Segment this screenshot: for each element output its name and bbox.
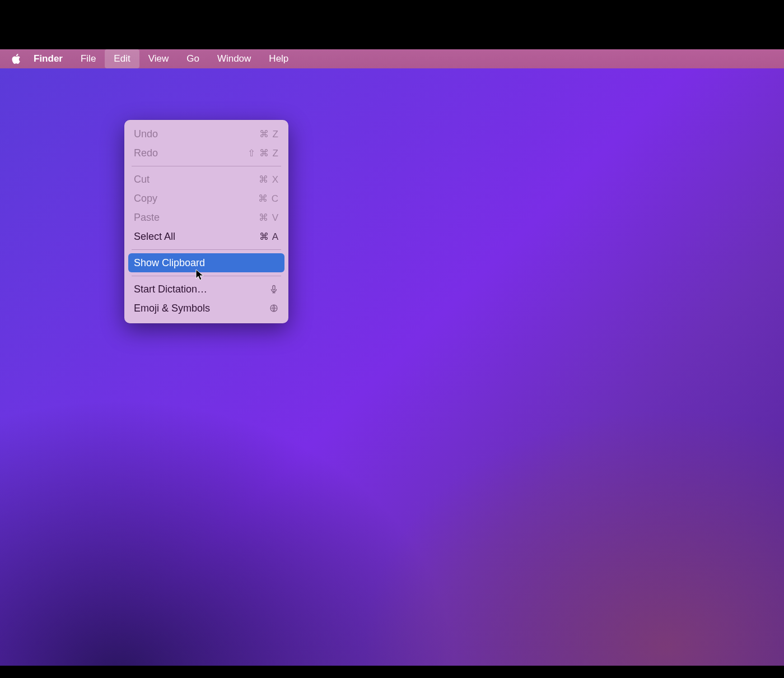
menu-window[interactable]: Window [208,49,260,68]
edit-dropdown: Undo ⌘ Z Redo ⇧ ⌘ Z Cut ⌘ X Copy ⌘ C Pas… [124,120,288,323]
globe-icon [269,303,279,313]
menu-item-shortcut: ⌘ V [259,212,279,224]
menu-separator [132,166,281,166]
menu-view[interactable]: View [139,49,178,68]
menu-item-label: Select All [134,231,175,243]
svg-rect-0 [273,286,275,290]
menu-item-label: Emoji & Symbols [134,303,210,314]
menu-item-label: Paste [134,212,160,224]
menu-file[interactable]: File [72,49,105,68]
app-name[interactable]: Finder [25,53,72,64]
menu-help[interactable]: Help [260,49,297,68]
menu-item-label: Undo [134,128,158,140]
menu-go[interactable]: Go [178,49,208,68]
menu-item-shortcut: ⇧ ⌘ Z [248,147,279,159]
apple-menu[interactable] [8,54,25,64]
menu-item-label: Cut [134,174,150,185]
menu-item-redo[interactable]: Redo ⇧ ⌘ Z [128,143,284,162]
menu-item-label: Copy [134,193,157,205]
menu-item-shortcut: ⌘ A [259,231,279,243]
menu-item-undo[interactable]: Undo ⌘ Z [128,124,284,143]
menu-item-copy[interactable]: Copy ⌘ C [128,189,284,208]
menu-item-cut[interactable]: Cut ⌘ X [128,170,284,189]
menu-separator [132,249,281,250]
letterbox-top [0,0,784,49]
menu-item-label: Show Clipboard [134,257,205,269]
menu-item-label: Redo [134,147,158,159]
apple-logo-icon [12,54,21,64]
menu-item-shortcut: ⌘ X [259,174,279,185]
menu-item-emoji-symbols[interactable]: Emoji & Symbols [128,299,284,318]
desktop[interactable]: Finder File Edit View Go Window Help Und… [0,49,784,678]
mic-icon [269,284,279,294]
letterbox-bottom [0,666,784,678]
menu-item-show-clipboard[interactable]: Show Clipboard [128,253,284,272]
menu-separator [132,276,281,276]
menubar: Finder File Edit View Go Window Help [0,49,784,68]
menu-item-select-all[interactable]: Select All ⌘ A [128,227,284,246]
menu-item-start-dictation[interactable]: Start Dictation… [128,280,284,299]
menu-item-paste[interactable]: Paste ⌘ V [128,208,284,227]
menu-item-label: Start Dictation… [134,284,207,295]
menu-item-shortcut: ⌘ Z [259,128,279,140]
menu-item-shortcut: ⌘ C [258,193,279,205]
menu-edit[interactable]: Edit [105,49,139,68]
